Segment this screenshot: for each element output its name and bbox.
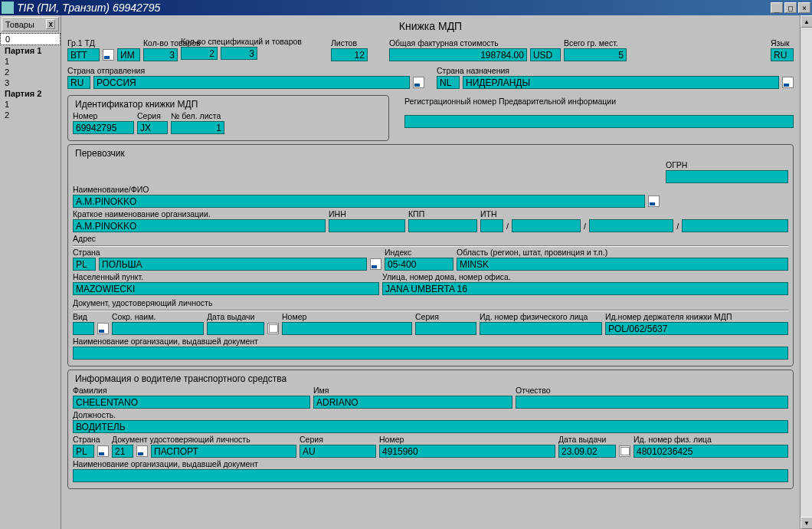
lookup-icon[interactable] — [136, 445, 148, 457]
index-field[interactable]: 05-400 — [385, 258, 453, 271]
itn2-field[interactable] — [512, 219, 581, 232]
driver-name-field[interactable]: ADRIANO — [313, 396, 512, 409]
window-title: TIR (ПИ, Транзит) 69942795 — [17, 2, 771, 14]
driver-doc-number-field[interactable]: 4915960 — [379, 445, 555, 458]
sidebar-item[interactable]: 1 — [0, 99, 61, 110]
itn1-field[interactable] — [480, 219, 503, 232]
currency-field[interactable]: USD — [530, 48, 561, 61]
doc-issue-date-field[interactable] — [207, 322, 264, 335]
close-button[interactable]: × — [798, 2, 810, 13]
minimize-button[interactable]: _ — [771, 2, 783, 13]
dest-country-code[interactable]: NL — [437, 76, 460, 89]
sidebar-item[interactable]: Партия 2 — [0, 88, 61, 99]
im-field[interactable]: ИМ — [117, 48, 140, 61]
sidebar-item[interactable]: 1 — [0, 56, 61, 67]
driver-doc-name-field[interactable]: ПАСПОРТ — [151, 445, 296, 458]
person-id-field[interactable] — [480, 322, 602, 335]
carrier-short-field[interactable]: A.M.PINOKKO — [73, 219, 326, 232]
spec-count1-field[interactable]: 2 — [181, 47, 218, 60]
calendar-icon[interactable] — [267, 323, 279, 334]
tir-number-field[interactable]: 69942795 — [73, 121, 134, 134]
issuing-org-field[interactable] — [73, 347, 788, 360]
carrier-group: Перевозчик ОГРН Наименование/ФИО A.M.PIN… — [67, 144, 794, 366]
tir-holder-id-field[interactable]: POL/062/5637 — [605, 322, 788, 335]
kpp-field[interactable] — [408, 219, 477, 232]
sidebar-item[interactable]: 3 — [0, 77, 61, 88]
tir-series-field[interactable]: JX — [137, 121, 168, 134]
carrier-country-code[interactable]: PL — [73, 258, 96, 271]
sidebar-item[interactable]: 2 — [0, 67, 61, 77]
places-field[interactable]: 5 — [564, 48, 627, 61]
depart-country-code[interactable]: RU — [67, 76, 90, 89]
goods-count-field[interactable]: 3 — [143, 48, 178, 61]
driver-doc-series-field[interactable]: AU — [300, 445, 376, 458]
carrier-country-name[interactable]: ПОЛЬША — [99, 258, 367, 271]
gr1td-field[interactable]: ВТТ — [67, 48, 100, 61]
lookup-icon[interactable] — [370, 258, 381, 270]
prelim-reg-field[interactable] — [404, 115, 794, 128]
tir-whitesheet-field[interactable]: 1 — [171, 121, 224, 134]
lookup-icon[interactable] — [648, 196, 660, 207]
inn-field[interactable] — [329, 219, 405, 232]
street-field[interactable]: JANA UMBERTA 16 — [382, 282, 788, 295]
scroll-down-icon[interactable]: ▼ — [801, 517, 812, 529]
driver-doc-code-field[interactable]: 21 — [112, 445, 133, 458]
app-icon — [2, 2, 14, 14]
invoice-total-field[interactable]: 198784.00 — [389, 48, 527, 61]
doc-abbr-field[interactable] — [112, 322, 204, 335]
itn4-field[interactable] — [682, 219, 788, 232]
region-field[interactable]: MINSK — [457, 258, 788, 271]
spec-count2-field[interactable]: 3 — [221, 47, 257, 60]
titlebar: TIR (ПИ, Транзит) 69942795 _ □ × — [0, 0, 812, 15]
driver-issuing-org-field[interactable] — [73, 469, 788, 482]
calendar-icon[interactable] — [619, 445, 630, 457]
lookup-icon[interactable] — [97, 445, 109, 457]
lookup-icon[interactable] — [413, 77, 424, 88]
sidebar-item[interactable]: Партия 1 — [0, 45, 61, 56]
goods-tab-label: Товары — [5, 20, 34, 29]
language-field[interactable]: RU — [771, 48, 794, 61]
dest-country-name[interactable]: НИДЕРЛАНДЫ — [463, 76, 779, 89]
driver-position-field[interactable]: ВОДИТЕЛЬ — [73, 420, 788, 433]
scroll-up-icon[interactable]: ▲ — [801, 15, 812, 28]
driver-group: Информация о водителе транспортного сред… — [67, 370, 794, 489]
driver-person-id-field[interactable]: 48010236425 — [634, 445, 788, 458]
sidebar: Товары x 0Партия 1123Партия 212 — [0, 15, 61, 529]
page-title: Книжка МДП — [67, 20, 794, 32]
carrier-name-field[interactable]: A.M.PINOKKO — [73, 195, 645, 208]
depart-country-name[interactable]: РОССИЯ — [93, 76, 410, 89]
ogrn-field[interactable] — [666, 170, 788, 183]
lookup-icon[interactable] — [782, 77, 794, 88]
driver-patronymic-field[interactable] — [516, 396, 788, 409]
sidebar-item[interactable]: 0 — [0, 33, 61, 45]
goods-tab-close-icon[interactable]: x — [46, 19, 55, 29]
driver-country-field[interactable]: PL — [73, 445, 94, 458]
doc-type-field[interactable] — [73, 322, 94, 335]
doc-series-field[interactable] — [415, 322, 476, 335]
driver-surname-field[interactable]: CHELENTANO — [73, 396, 310, 409]
scrollbar[interactable]: ▲ ▼ — [800, 15, 812, 529]
driver-doc-date-field[interactable]: 23.09.02 — [558, 445, 616, 458]
sidebar-item[interactable]: 2 — [0, 110, 61, 120]
lookup-icon[interactable] — [97, 323, 109, 334]
city-field[interactable]: MAZOWIECKI — [73, 282, 379, 295]
doc-number-field[interactable] — [282, 322, 412, 335]
goods-tab[interactable]: Товары x — [2, 17, 59, 31]
lookup-icon[interactable] — [103, 49, 114, 61]
itn3-field[interactable] — [589, 219, 673, 232]
sheets-field[interactable]: 12 — [331, 48, 368, 61]
tir-id-legend: Идентификатор книжки МДП — [73, 99, 384, 110]
maximize-button[interactable]: □ — [784, 2, 797, 13]
